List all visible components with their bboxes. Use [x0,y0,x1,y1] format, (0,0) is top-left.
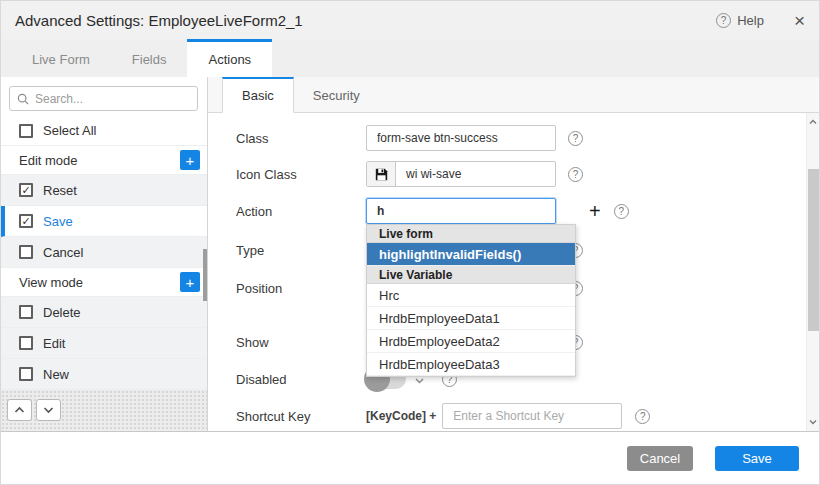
scroll-up-icon[interactable] [807,116,819,128]
checkbox-new[interactable]: ✓ [19,367,33,381]
dialog-title: Advanced Settings: EmployeeLiveForm2_1 [15,12,716,29]
panel-scrollbar[interactable] [806,113,819,431]
help-label: Help [737,13,764,28]
advanced-settings-dialog: Advanced Settings: EmployeeLiveForm2_1 ?… [0,0,820,485]
tab-security[interactable]: Security [294,77,379,112]
sidebar-item-label: Select All [43,123,96,138]
search-icon [17,93,29,105]
dropdown-option-hrdbemployeedata1[interactable]: HrdbEmployeeData1 [367,307,575,330]
checkbox-save[interactable]: ✓ [19,214,33,228]
add-action-button[interactable]: + [180,272,200,292]
sidebar-group-edit-mode: Edit mode + [1,146,207,175]
action-input[interactable] [366,198,556,224]
dialog-body: ✓ Select All Edit mode + ✓ Reset ✓ Save … [1,77,819,431]
sidebar-item-label: Save [43,214,73,229]
sidebar-item-label: Edit [43,336,65,351]
icon-class-control [366,161,556,187]
shortcut-key-input[interactable] [442,403,622,429]
sidebar-item-label: Delete [43,305,81,320]
field-label: Shortcut Key [236,409,366,424]
tab-actions[interactable]: Actions [187,39,272,77]
checkbox-reset[interactable]: ✓ [19,183,33,197]
dropdown-option-hrdbemployeedata2[interactable]: HrdbEmployeeData2 [367,330,575,353]
dropdown-group-header: Live Variable [367,266,575,284]
sidebar-item-select-all[interactable]: ✓ Select All [1,116,207,146]
sidebar-scrollbar-thumb[interactable] [203,249,207,301]
field-label: Icon Class [236,167,366,182]
sidebar-item-label: New [43,367,69,382]
sidebar-group-view-mode: View mode + [1,268,207,297]
sidebar-footer [1,390,207,431]
field-label: Disabled [236,372,366,387]
add-action-icon[interactable]: + [589,201,601,221]
field-label: Action [236,204,366,219]
field-label: Class [236,131,366,146]
help-icon: ? [716,13,731,28]
sidebar-item-new[interactable]: ✓ New [1,359,207,390]
checkbox-delete[interactable]: ✓ [19,305,33,319]
help-icon[interactable]: ? [568,131,583,146]
group-label: View mode [19,275,83,290]
search-box [9,86,198,111]
sidebar-item-label: Reset [43,183,77,198]
dropdown-option-hrc[interactable]: Hrc [367,284,575,307]
actions-sidebar: ✓ Select All Edit mode + ✓ Reset ✓ Save … [1,77,208,431]
help-icon[interactable]: ? [635,409,650,424]
field-row-shortcut-key: Shortcut Key [KeyCode] + ? [236,403,819,429]
keycode-prefix: [KeyCode] + [366,409,436,423]
field-label: Type [236,243,366,258]
dropdown-option-highlightinvalidfields[interactable]: highlightInvalidFields() [367,243,575,266]
dialog-tabbar: Live Form Fields Actions [1,39,819,77]
dialog-footer: Cancel Save [1,431,819,484]
checkbox-select-all[interactable]: ✓ [19,124,33,138]
help-icon[interactable]: ? [614,204,629,219]
add-action-button[interactable]: + [180,150,200,170]
sidebar-item-delete[interactable]: ✓ Delete [1,297,207,328]
close-icon[interactable]: × [794,11,805,30]
save-button[interactable]: Save [715,446,799,471]
search-container [1,77,207,116]
sidebar-item-save[interactable]: ✓ Save [1,206,207,237]
cancel-button[interactable]: Cancel [627,446,693,471]
class-input[interactable] [366,125,556,151]
dropdown-option-hrdbemployeedata3[interactable]: HrdbEmployeeData3 [367,353,575,376]
sidebar-item-label: Cancel [43,245,83,260]
checkbox-cancel[interactable]: ✓ [19,245,33,259]
icon-class-input[interactable] [396,162,555,186]
chevron-down-icon [43,406,54,414]
sidebar-item-cancel[interactable]: ✓ Cancel [1,237,207,268]
action-suggestions-dropdown: Live form highlightInvalidFields() Live … [366,224,576,377]
checkbox-edit[interactable]: ✓ [19,336,33,350]
tab-live-form[interactable]: Live Form [11,39,111,77]
sidebar-item-edit[interactable]: ✓ Edit [1,328,207,359]
tab-basic[interactable]: Basic [222,77,294,113]
dropdown-group-header: Live form [367,225,575,243]
panel-tabbar: Basic Security [208,77,819,113]
help-icon[interactable]: ? [568,167,583,182]
field-row-icon-class: Icon Class ? [236,161,819,187]
help-button[interactable]: ? Help [716,13,764,28]
scroll-down-icon[interactable] [807,416,819,428]
sidebar-item-reset[interactable]: ✓ Reset [1,175,207,206]
tab-fields[interactable]: Fields [111,39,188,77]
panel-scrollbar-thumb[interactable] [808,169,819,331]
dialog-header: Advanced Settings: EmployeeLiveForm2_1 ?… [1,1,819,39]
group-label: Edit mode [19,153,78,168]
chevron-up-icon [14,406,25,414]
search-input[interactable] [35,92,190,106]
field-row-action: Action + ? [236,198,819,224]
save-icon [367,162,396,186]
move-up-button[interactable] [7,399,32,421]
field-label: Show [236,335,366,350]
field-row-class: Class ? [236,125,819,151]
move-down-button[interactable] [36,399,61,421]
field-label: Position [236,281,366,296]
action-settings-panel: Basic Security Class ? Icon Class [208,77,819,431]
basic-form: Class ? Icon Class [208,113,819,431]
